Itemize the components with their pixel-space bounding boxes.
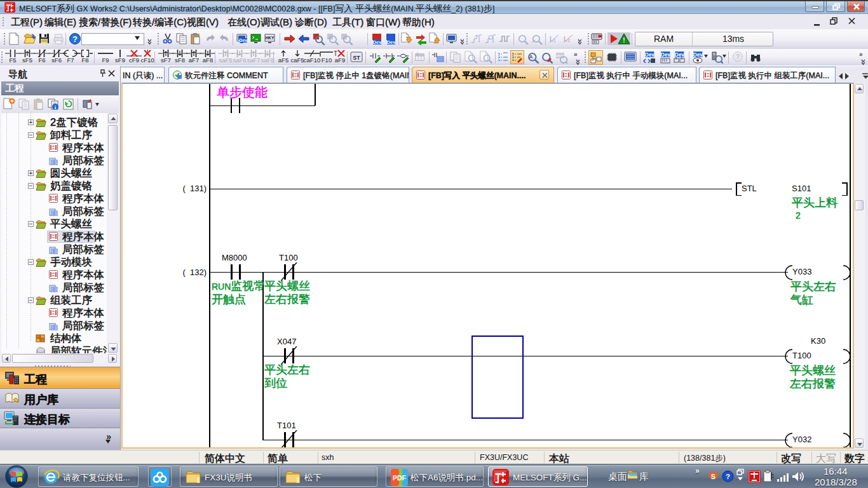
svg-text:ST: ST [353, 55, 360, 61]
svg-text:!: ! [623, 37, 625, 44]
svg-text:PDF: PDF [393, 474, 407, 482]
svg-text:HKY: HKY [266, 36, 275, 40]
svg-text:?: ? [726, 473, 730, 480]
svg-text:?: ? [736, 53, 740, 60]
svg-text:A: A [529, 54, 533, 60]
svg-text:S: S [711, 473, 715, 480]
